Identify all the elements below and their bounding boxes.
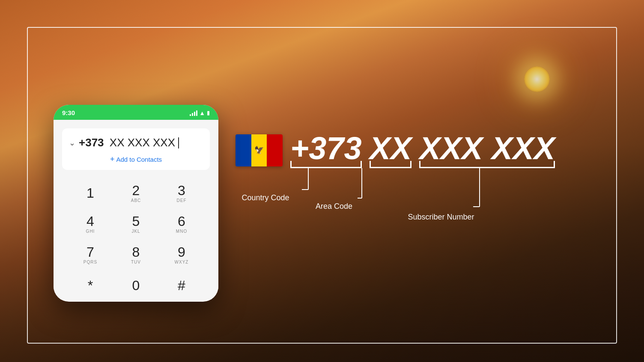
annotation-area: 🦅 +373 XX XXX XXX — [227, 27, 616, 344]
country-code-label: Country Code — [242, 193, 289, 202]
subscriber-value: XXX XXX — [419, 131, 555, 166]
add-to-contacts-label: Add to Contacts — [116, 156, 162, 163]
flag-red-stripe — [267, 134, 283, 166]
plus-icon: + — [110, 155, 115, 163]
key-0[interactable]: 0 — [115, 271, 158, 300]
key-8[interactable]: 8 TUV — [115, 240, 158, 269]
format-row: 🦅 +373 XX XXX XXX — [236, 133, 555, 168]
key-5[interactable]: 5 JKL — [115, 209, 158, 238]
chevron-down-icon[interactable]: ⌄ — [69, 138, 75, 148]
subscriber-label: Subscriber Number — [408, 213, 474, 221]
keypad-row-1: 1 2 ABC 3 DEF — [69, 178, 203, 208]
country-code-display: +373 — [79, 136, 104, 149]
signal-icon — [190, 110, 197, 116]
battery-icon: ▮ — [207, 110, 210, 116]
area-code-value-box: XX — [370, 133, 412, 168]
key-hash[interactable]: # — [160, 271, 203, 300]
phone-body: ⌄ +373 XX XXX XXX + Add to Contacts 1 2 … — [54, 120, 218, 300]
key-4[interactable]: 4 GHI — [69, 209, 112, 238]
keypad-row-4: * 0 # — [69, 271, 203, 300]
key-3[interactable]: 3 DEF — [160, 178, 203, 208]
subscriber-value-box: XXX XXX — [419, 133, 555, 168]
add-to-contacts-button[interactable]: + Add to Contacts — [69, 154, 203, 165]
text-cursor — [178, 137, 179, 148]
status-icons: ▲ ▮ — [190, 110, 210, 116]
keypad-row-2: 4 GHI 5 JKL 6 MNO — [69, 209, 203, 238]
area-code-value: XX — [370, 131, 412, 166]
key-2[interactable]: 2 ABC — [115, 178, 158, 208]
key-9[interactable]: 9 WXYZ — [160, 240, 203, 269]
country-code-value-box: +373 — [290, 133, 362, 168]
status-bar: 9:30 ▲ ▮ — [54, 105, 218, 120]
phone-mockup: 9:30 ▲ ▮ ⌄ +373 XX XXX XXX + Add to C — [54, 105, 218, 302]
flag-yellow-stripe: 🦅 — [251, 134, 267, 166]
key-7[interactable]: 7 PQRS — [69, 240, 112, 269]
key-6[interactable]: 6 MNO — [160, 209, 203, 238]
wifi-icon: ▲ — [199, 110, 205, 116]
phone-input-area: ⌄ +373 XX XXX XXX + Add to Contacts — [62, 128, 210, 170]
phone-number-partial: XX XXX XXX — [107, 136, 175, 149]
country-code-segment: +373 — [290, 133, 362, 168]
area-code-label: Area Code — [316, 202, 352, 211]
key-star[interactable]: * — [69, 271, 112, 300]
keypad-row-3: 7 PQRS 8 TUV 9 WXYZ — [69, 240, 203, 269]
clock: 9:30 — [62, 109, 75, 116]
moldova-flag: 🦅 — [236, 134, 283, 166]
subscriber-segment: XXX XXX — [419, 133, 555, 168]
phone-number-display: ⌄ +373 XX XXX XXX — [69, 136, 203, 149]
annotation-lines-svg: Country Code Area Code Subscriber Number — [236, 168, 587, 237]
area-code-segment: XX — [370, 133, 412, 168]
keypad: 1 2 ABC 3 DEF 4 GHI 5 JKL — [62, 175, 210, 300]
annotation-labels-row: Country Code Area Code Subscriber Number — [236, 168, 608, 238]
key-1[interactable]: 1 — [69, 178, 112, 208]
country-code-value: +373 — [290, 131, 362, 166]
flag-blue-stripe — [236, 134, 251, 166]
